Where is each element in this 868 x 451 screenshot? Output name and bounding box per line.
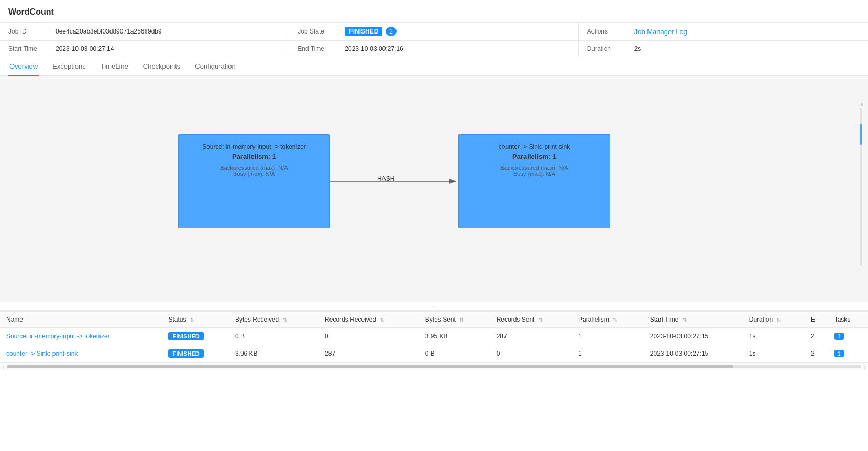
job-state-cell: Job State FINISHED 2 [289, 23, 578, 40]
scroll-right-arrow[interactable]: › [863, 362, 866, 370]
row-status-badge: FINISHED [168, 332, 203, 340]
sink-node-backpressured: Backpressured (max): N/A [468, 164, 600, 171]
actions-cell: Actions Job Manager Log [579, 23, 868, 40]
cell-start-time: 2023-10-03 00:27:15 [644, 328, 743, 345]
col-e: E [805, 312, 828, 328]
col-parallelism: Parallelism ⇅ [572, 312, 644, 328]
col-records-received: Records Received ⇅ [318, 312, 419, 328]
sort-icon-status: ⇅ [190, 317, 194, 323]
col-tasks: Tasks [828, 312, 868, 328]
job-manager-log-link[interactable]: Job Manager Log [634, 28, 687, 36]
table-header: Name Status ⇅ Bytes Received ⇅ Records R… [0, 312, 868, 328]
start-time-value: 2023-10-03 00:27:14 [56, 45, 114, 52]
source-node-backpressured: Backpressured (max): N/A [188, 164, 320, 171]
col-bytes-received: Bytes Received ⇅ [229, 312, 318, 328]
cell-tasks: 1 [828, 345, 868, 362]
column-dots-menu: ··· [0, 302, 868, 311]
table-body: Source: in-memory-input -> tokenizer FIN… [0, 328, 868, 362]
sort-icon-bytes-received: ⇅ [283, 317, 287, 323]
cell-bytes-sent: 0 B [419, 345, 490, 362]
tab-exceptions[interactable]: Exceptions [51, 57, 87, 76]
col-duration: Duration ⇅ [743, 312, 805, 328]
job-state-count: 2 [386, 27, 397, 36]
cell-records-sent: 287 [490, 328, 572, 345]
source-node-title: Source: in-memory-input -> tokenizer [188, 143, 320, 150]
vertical-scrollbar-track [860, 108, 862, 265]
col-name: Name [0, 312, 162, 328]
tab-checkpoints[interactable]: Checkpoints [142, 57, 182, 76]
row-name-link[interactable]: Source: in-memory-input -> tokenizer [6, 333, 110, 340]
scroll-circle: ● [860, 101, 864, 108]
tab-overview[interactable]: Overview [8, 57, 39, 76]
sink-node-title: counter -> Sink: print-sink [468, 143, 600, 150]
cell-bytes-received: 3.96 KB [229, 345, 318, 362]
table-row: Source: in-memory-input -> tokenizer FIN… [0, 328, 868, 345]
col-records-sent: Records Sent ⇅ [490, 312, 572, 328]
flow-arrow [0, 76, 868, 302]
source-node[interactable]: Source: in-memory-input -> tokenizer Par… [178, 134, 330, 228]
job-id-label: Job ID [8, 28, 56, 35]
cell-name[interactable]: counter -> Sink: print-sink [0, 345, 162, 362]
cell-duration: 1s [743, 328, 805, 345]
col-bytes-sent: Bytes Sent ⇅ [419, 312, 490, 328]
vertical-scrollbar-thumb [860, 124, 862, 145]
jobs-table-section: Name Status ⇅ Bytes Received ⇅ Records R… [0, 311, 868, 370]
cell-bytes-sent: 3.95 KB [419, 328, 490, 345]
app-title: WordCount [0, 0, 868, 23]
edge-hash-label: HASH [377, 175, 394, 182]
sort-icon-start-time: ⇅ [683, 317, 687, 323]
end-time-value: 2023-10-03 00:27:16 [345, 45, 403, 52]
cell-records-received: 287 [318, 345, 419, 362]
tasks-badge: 1 [834, 333, 844, 340]
cell-tasks: 1 [828, 328, 868, 345]
start-time-cell: Start Time 2023-10-03 00:27:14 [0, 40, 289, 57]
end-time-cell: End Time 2023-10-03 00:27:16 [289, 40, 578, 57]
job-info-grid: Job ID 0ee4ca20ab3ebf03d89071a256ff9db9 … [0, 23, 868, 57]
sort-icon-bytes-sent: ⇅ [459, 317, 464, 323]
tasks-badge: 1 [834, 350, 844, 357]
col-start-time: Start Time ⇅ [644, 312, 743, 328]
duration-cell: Duration 2s [579, 40, 868, 57]
table-header-row: Name Status ⇅ Bytes Received ⇅ Records R… [0, 312, 868, 328]
cell-start-time: 2023-10-03 00:27:15 [644, 345, 743, 362]
sort-icon-duration: ⇅ [776, 317, 781, 323]
job-state-label: Job State [298, 28, 345, 35]
row-name-link[interactable]: counter -> Sink: print-sink [6, 350, 78, 357]
cell-status: FINISHED [162, 345, 228, 362]
cell-parallelism: 1 [572, 328, 644, 345]
sort-icon-records-sent: ⇅ [539, 317, 543, 323]
end-time-label: End Time [298, 45, 345, 52]
tab-configuration[interactable]: Configuration [194, 57, 236, 76]
cell-e: 2 [805, 345, 828, 362]
cell-records-sent: 0 [490, 345, 572, 362]
actions-label: Actions [587, 28, 634, 35]
scrollbar-thumb [7, 365, 733, 368]
horizontal-scrollbar: ‹ › [0, 362, 868, 370]
start-time-label: Start Time [8, 45, 56, 52]
cell-bytes-received: 0 B [229, 328, 318, 345]
cell-status: FINISHED [162, 328, 228, 345]
tab-timeline[interactable]: TimeLine [100, 57, 129, 76]
duration-value: 2s [634, 45, 641, 52]
duration-label: Duration [587, 45, 634, 52]
sink-node-busy: Busy (max): N/A [468, 171, 600, 177]
jobs-table: Name Status ⇅ Bytes Received ⇅ Records R… [0, 311, 868, 362]
table-row: counter -> Sink: print-sink FINISHED 3.9… [0, 345, 868, 362]
source-node-parallelism: Parallelism: 1 [188, 152, 320, 160]
sink-node-parallelism: Parallelism: 1 [468, 152, 600, 160]
sort-icon-records-received: ⇅ [380, 317, 384, 323]
scroll-left-arrow[interactable]: ‹ [2, 362, 5, 370]
row-status-badge: FINISHED [168, 349, 203, 358]
table-scroll-container[interactable]: Name Status ⇅ Bytes Received ⇅ Records R… [0, 311, 868, 362]
job-state-badge: FINISHED [345, 27, 382, 36]
col-status: Status ⇅ [162, 312, 228, 328]
job-id-value: 0ee4ca20ab3ebf03d89071a256ff9db9 [56, 28, 162, 35]
job-id-cell: Job ID 0ee4ca20ab3ebf03d89071a256ff9db9 [0, 23, 289, 40]
cell-records-received: 0 [318, 328, 419, 345]
cell-name[interactable]: Source: in-memory-input -> tokenizer [0, 328, 162, 345]
sink-node[interactable]: counter -> Sink: print-sink Parallelism:… [458, 134, 610, 228]
scrollbar-track [7, 365, 862, 368]
sort-icon-parallelism: ⇅ [613, 317, 617, 323]
cell-parallelism: 1 [572, 345, 644, 362]
tab-bar: Overview Exceptions TimeLine Checkpoints… [0, 57, 868, 76]
